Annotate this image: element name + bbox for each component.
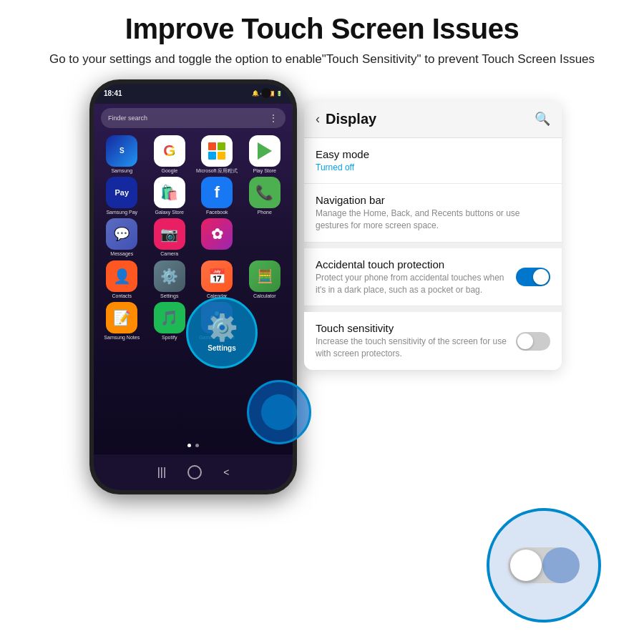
accidental-touch-title: Accidental touch protection xyxy=(316,258,507,270)
app-samsungpay[interactable]: Pay Samsung Pay xyxy=(99,177,145,215)
app-calculator[interactable]: 🧮 Calculator xyxy=(243,260,288,299)
app-spotify[interactable]: 🎵 Spotify xyxy=(147,302,192,341)
page-container: Improve Touch Screen Issues Go to your s… xyxy=(0,0,644,644)
settings-item-touch-sensitivity[interactable]: Touch sensitivity Increase the touch sen… xyxy=(304,312,562,370)
messages-label: Messages xyxy=(110,251,133,257)
easy-mode-title: Easy mode xyxy=(316,148,550,160)
playstore-label: Play Store xyxy=(253,168,276,174)
app-phone[interactable]: 📞 Phone xyxy=(243,177,288,215)
touch-sensitivity-text: Touch sensitivity Increase the touch sen… xyxy=(316,322,516,360)
page-dots xyxy=(187,444,199,447)
settings-header-left: ‹ Display xyxy=(316,111,376,127)
camera-icon: 📷 xyxy=(154,218,185,250)
camera-label: Camera xyxy=(160,251,178,257)
display-title: Display xyxy=(326,111,376,127)
page-subtitle: Go to your settings and toggle the optio… xyxy=(49,50,595,69)
camera-cutout xyxy=(261,88,271,98)
header-section: Improve Touch Screen Issues Go to your s… xyxy=(21,0,623,76)
samsungpay-label: Samsung Pay xyxy=(106,210,137,215)
nav-home-icon[interactable] xyxy=(187,465,202,479)
nav-icons: ||| < xyxy=(157,465,230,479)
phone-bottom-nav: ||| < xyxy=(94,454,293,490)
phone-pointer-inner xyxy=(261,394,297,430)
app-samsungnotes[interactable]: 📝 Samsung Notes xyxy=(99,302,145,341)
settings-label: Settings xyxy=(160,293,178,299)
phone-icon: 📞 xyxy=(249,177,280,208)
touch-sensitivity-toggle[interactable] xyxy=(516,332,550,351)
toggle-knob xyxy=(533,269,549,285)
settings-item-nav-bar[interactable]: Navigation bar Manage the Home, Back, an… xyxy=(304,184,562,243)
messages-icon: 💬 xyxy=(106,218,137,250)
content-area: 18:41 🔔 4G 📶 🔋 Finder search ⋮ xyxy=(0,76,644,645)
searchbar-text: Finder search xyxy=(108,114,147,122)
spotify-label: Spotify xyxy=(162,335,177,341)
app-settings[interactable]: ⚙️ Settings xyxy=(147,260,192,299)
phone-wrapper: 18:41 🔔 4G 📶 🔋 Finder search ⋮ xyxy=(82,79,304,494)
google-icon: G xyxy=(154,135,185,167)
samsung-icon: S xyxy=(106,135,137,167)
settings-zoom-gear-icon: ⚙️ xyxy=(206,313,238,343)
back-button[interactable]: ‹ xyxy=(316,112,320,127)
page-dot-1 xyxy=(187,444,191,447)
page-title: Improve Touch Screen Issues xyxy=(49,13,595,44)
nav-recents-icon[interactable]: < xyxy=(223,467,229,478)
page-dot-2 xyxy=(195,444,199,447)
contacts-label: Contacts xyxy=(112,293,132,299)
calendar-icon: 📅 xyxy=(201,260,233,292)
samsungpay-icon: Pay xyxy=(106,177,137,208)
toggle-zoom-active-bg xyxy=(542,547,580,583)
app-bixby[interactable]: ✿ xyxy=(195,218,240,257)
app-microsoft[interactable]: Microsoft 应用程式 xyxy=(195,135,240,174)
toggle-zoom-knob xyxy=(510,550,542,581)
phone-pointer-bubble xyxy=(247,380,311,444)
touch-sensitivity-subtitle: Increase the touch sensitivity of the sc… xyxy=(316,336,507,360)
app-playstore[interactable]: Play Store xyxy=(243,135,288,174)
accidental-touch-subtitle: Protect your phone from accidental touch… xyxy=(316,272,507,296)
calculator-label: Calculator xyxy=(253,293,276,299)
app-settings-placeholder[interactable] xyxy=(243,218,288,257)
app-messages[interactable]: 💬 Messages xyxy=(99,218,145,257)
phone-searchbar[interactable]: Finder search ⋮ xyxy=(101,108,286,128)
facebook-label: Facebook xyxy=(206,210,228,215)
app-facebook[interactable]: f Facebook xyxy=(195,177,240,215)
samsung-label: Samsung xyxy=(111,168,132,174)
samsungnotes-label: Samsung Notes xyxy=(104,335,140,341)
settings-icon: ⚙️ xyxy=(154,260,185,292)
accidental-touch-toggle[interactable] xyxy=(516,268,550,286)
toggle-zoom-circle xyxy=(487,508,601,623)
settings-search-icon[interactable]: 🔍 xyxy=(535,111,550,127)
settings-divider-2 xyxy=(304,306,562,312)
accidental-touch-row: Accidental touch protection Protect your… xyxy=(316,258,550,296)
app-calendar[interactable]: 📅 Calendar xyxy=(195,260,240,299)
phone-label: Phone xyxy=(258,210,272,215)
app-camera[interactable]: 📷 Camera xyxy=(147,218,192,257)
app-galaxystore[interactable]: 🛍️ Galaxy Store xyxy=(147,177,192,215)
microsoft-label: Microsoft 应用程式 xyxy=(196,168,238,174)
contacts-icon: 👤 xyxy=(106,260,137,292)
searchbar-more[interactable]: ⋮ xyxy=(269,113,278,123)
galaxystore-label: Galaxy Store xyxy=(155,210,184,215)
settings-item-easy-mode[interactable]: Easy mode Turned off xyxy=(304,138,562,185)
touch-sensitivity-knob xyxy=(517,333,533,349)
touch-sensitivity-row: Touch sensitivity Increase the touch sen… xyxy=(316,322,550,360)
calculator-icon: 🧮 xyxy=(249,260,280,292)
toggle-zoom-inner xyxy=(508,547,580,583)
app-samsung[interactable]: S Samsung xyxy=(99,135,145,174)
samsungnotes-icon: 📝 xyxy=(106,302,137,333)
nav-bar-title: Navigation bar xyxy=(316,194,550,206)
settings-panel: ‹ Display 🔍 Easy mode Turned off Navigat… xyxy=(304,101,562,371)
touch-sensitivity-title: Touch sensitivity xyxy=(316,322,507,334)
facebook-icon: f xyxy=(201,177,233,208)
settings-panel-header: ‹ Display 🔍 xyxy=(304,101,562,138)
settings-zoom-bubble: ⚙️ Settings xyxy=(186,297,258,369)
easy-mode-subtitle: Turned off xyxy=(316,162,550,174)
settings-placeholder-icon xyxy=(249,218,280,250)
nav-bar-subtitle: Manage the Home, Back, and Recents butto… xyxy=(316,208,550,232)
nav-back-icon[interactable]: ||| xyxy=(157,466,166,479)
phone-status-bar: 18:41 🔔 4G 📶 🔋 xyxy=(94,84,293,104)
settings-item-accidental-touch[interactable]: Accidental touch protection Protect your… xyxy=(304,248,562,307)
app-google[interactable]: G Google xyxy=(147,135,192,174)
app-contacts[interactable]: 👤 Contacts xyxy=(99,260,145,299)
playstore-icon xyxy=(249,135,280,167)
bixby-icon: ✿ xyxy=(201,218,233,250)
